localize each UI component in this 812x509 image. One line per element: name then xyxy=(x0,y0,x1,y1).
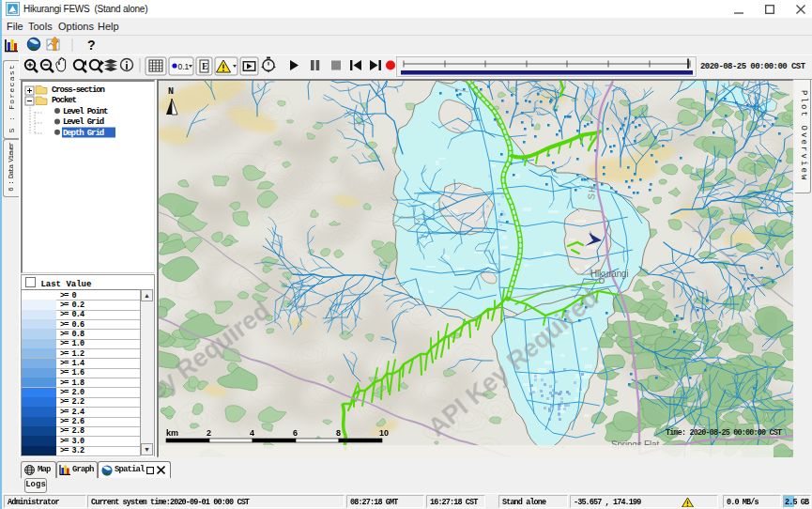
svg-text:0.1: 0.1 xyxy=(178,62,190,71)
svg-text:Hikurangi: Hikurangi xyxy=(590,269,628,279)
svg-text:N: N xyxy=(168,86,174,97)
svg-text:8: 8 xyxy=(336,428,341,438)
svg-text:?: ? xyxy=(87,38,96,53)
svg-text:E: E xyxy=(202,61,208,71)
svg-text:6: 6 xyxy=(293,428,298,438)
svg-text:km: km xyxy=(166,428,178,438)
svg-text:Time: 2020-08-25 00:00:00 CST: Time: 2020-08-25 00:00:00 CST xyxy=(666,428,782,438)
svg-text:SH 1: SH 1 xyxy=(586,175,598,200)
svg-text:10: 10 xyxy=(379,428,389,438)
svg-text:4: 4 xyxy=(250,428,254,438)
svg-text:2: 2 xyxy=(207,428,211,438)
